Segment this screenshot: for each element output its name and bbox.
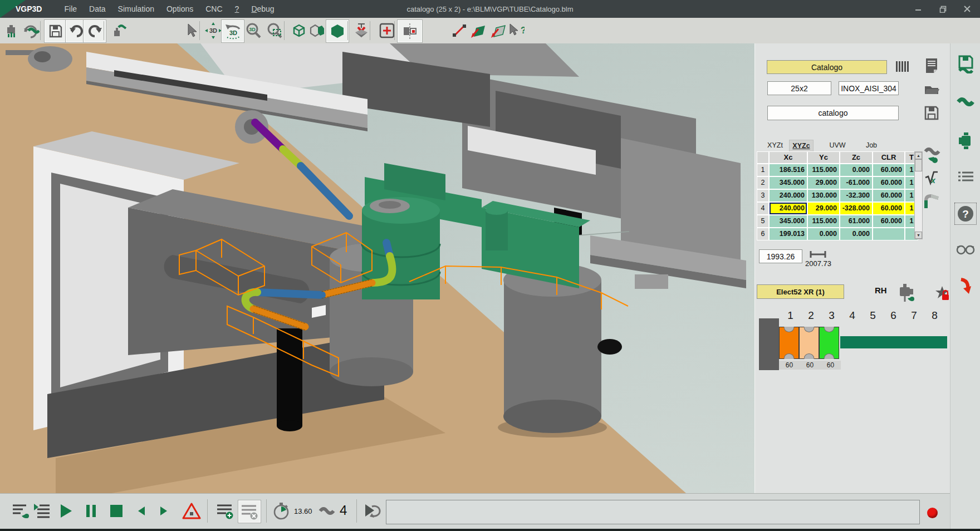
favorite-lock-icon[interactable] xyxy=(934,285,950,302)
table-cell[interactable]: 61.000 xyxy=(840,215,872,227)
viewport-3d[interactable] xyxy=(0,43,754,493)
bend-segment[interactable] xyxy=(799,327,819,359)
table-cell[interactable]: 0.000 xyxy=(840,164,872,176)
press-bend-icon[interactable] xyxy=(351,20,372,41)
table-cell[interactable]: 130.000 xyxy=(808,190,839,201)
row-number[interactable]: 1 xyxy=(757,164,768,176)
table-cell[interactable]: 240.000 xyxy=(770,190,807,201)
tube-size-field[interactable] xyxy=(767,81,831,95)
table-cell[interactable]: 29.000 xyxy=(808,203,839,214)
table-cell[interactable]: 345.000 xyxy=(770,177,807,189)
tab-xyzt[interactable]: XYZt xyxy=(763,140,787,151)
tab-xyzc[interactable]: XYZc xyxy=(789,140,814,152)
material-field[interactable] xyxy=(839,81,899,95)
zoom-window-icon[interactable] xyxy=(264,20,285,41)
notes-icon[interactable] xyxy=(924,57,939,74)
table-cell[interactable]: 60.000 xyxy=(873,215,904,227)
table-cell[interactable]: 115.000 xyxy=(808,215,839,227)
machine-setup-icon[interactable] xyxy=(895,282,915,304)
zoom-3d-icon[interactable]: 3D xyxy=(243,20,264,41)
table-cell[interactable]: 345.000 xyxy=(770,215,807,227)
col-zc[interactable]: Zc xyxy=(840,152,872,163)
scroll-thumb[interactable] xyxy=(915,159,922,171)
pan-3d-icon[interactable]: 3D xyxy=(203,20,224,41)
table-scrollbar[interactable]: ▲ ▼ xyxy=(914,151,923,239)
table-cell[interactable]: 186.516 xyxy=(770,164,807,176)
table-cell[interactable]: 60.000 xyxy=(873,190,904,201)
measure-plane-icon[interactable] xyxy=(468,20,489,41)
menu-help[interactable]: ? xyxy=(235,4,239,13)
program-name-field[interactable] xyxy=(767,106,899,120)
row-number[interactable]: 2 xyxy=(757,177,768,189)
tab-uvw[interactable]: UVW xyxy=(826,140,849,151)
table-cell[interactable] xyxy=(873,228,904,240)
tube-data-icon[interactable] xyxy=(957,96,974,107)
bend-head-button[interactable]: Elect52 XR (1) xyxy=(757,284,844,299)
measure-line-icon[interactable] xyxy=(449,20,470,41)
menu-options[interactable]: Options xyxy=(166,4,193,13)
cycle-time-icon[interactable] xyxy=(271,500,292,522)
table-cell[interactable]: 29.000 xyxy=(808,177,839,189)
table-cell[interactable]: 0.000 xyxy=(808,228,839,240)
menu-simulation[interactable]: Simulation xyxy=(118,4,154,13)
close-button[interactable] xyxy=(959,2,976,16)
row-number[interactable]: 4 xyxy=(757,203,768,214)
col-xc[interactable]: Xc xyxy=(770,152,807,163)
save-tube-icon[interactable] xyxy=(957,55,974,73)
tube-sync-icon[interactable] xyxy=(21,20,42,41)
redo-red-icon[interactable] xyxy=(958,277,973,296)
row-number[interactable]: 5 xyxy=(757,215,768,227)
bend-segment[interactable] xyxy=(819,327,839,359)
save-program-icon[interactable] xyxy=(924,105,939,121)
bend-segments[interactable] xyxy=(779,327,839,359)
col-yc[interactable]: Yc xyxy=(808,152,839,163)
solid-view-icon[interactable] xyxy=(326,20,349,42)
tube-count-icon[interactable] xyxy=(316,500,337,522)
table-cell[interactable]: -32.300 xyxy=(840,190,872,201)
step-forward-icon[interactable] xyxy=(153,500,174,522)
simulation-settings-icon[interactable] xyxy=(10,500,31,522)
view-glasses-icon[interactable] xyxy=(956,243,975,255)
table-cell[interactable]: 240.000 xyxy=(770,203,807,214)
list-icon[interactable] xyxy=(958,170,973,184)
table-cell[interactable]: 60.000 xyxy=(873,164,904,176)
menu-file[interactable]: File xyxy=(64,4,77,13)
length-field[interactable] xyxy=(759,249,802,263)
redo-icon[interactable] xyxy=(84,20,106,42)
restore-button[interactable] xyxy=(934,2,951,16)
menu-data[interactable]: Data xyxy=(89,4,106,13)
rotate-3d-icon[interactable]: 3D xyxy=(222,20,244,42)
context-help-icon[interactable]: ? xyxy=(506,20,527,41)
table-cell[interactable]: 60.000 xyxy=(873,203,904,214)
minimize-button[interactable] xyxy=(910,2,927,16)
save-icon[interactable] xyxy=(45,20,67,42)
menu-cnc[interactable]: CNC xyxy=(205,4,222,13)
table-cell[interactable]: -61.000 xyxy=(840,177,872,189)
row-number[interactable]: 3 xyxy=(757,190,768,201)
menu-debug[interactable]: Debug xyxy=(251,4,274,13)
col-clr[interactable]: CLR xyxy=(873,152,904,163)
status-message-box[interactable] xyxy=(386,500,920,524)
formula-icon[interactable]: x xyxy=(924,170,939,185)
hidden-line-view-icon[interactable] xyxy=(306,20,327,41)
machine-frame-icon[interactable] xyxy=(398,20,422,42)
run-list-icon[interactable] xyxy=(31,500,52,522)
scroll-down-icon[interactable]: ▼ xyxy=(915,232,922,239)
run-to-end-icon[interactable] xyxy=(362,500,383,522)
scroll-up-icon[interactable]: ▲ xyxy=(915,152,922,159)
tab-job[interactable]: Job xyxy=(862,140,881,151)
stop-icon[interactable] xyxy=(106,500,127,522)
table-cell[interactable]: 115.000 xyxy=(808,164,839,176)
catalog-field[interactable] xyxy=(767,60,887,74)
tube-setup-icon[interactable] xyxy=(924,146,940,165)
bend-tube-icon[interactable] xyxy=(923,193,940,210)
barcode-icon[interactable] xyxy=(895,60,910,73)
table-cell[interactable]: 60.000 xyxy=(873,177,904,189)
machine-data-icon[interactable] xyxy=(957,131,974,150)
play-icon[interactable] xyxy=(56,500,77,522)
table-cell[interactable]: -328.000 xyxy=(840,203,872,214)
collision-warning-icon[interactable] xyxy=(181,500,202,522)
bend-segment[interactable] xyxy=(779,327,799,359)
step-back-icon[interactable] xyxy=(131,500,152,522)
row-number[interactable]: 6 xyxy=(757,228,768,240)
